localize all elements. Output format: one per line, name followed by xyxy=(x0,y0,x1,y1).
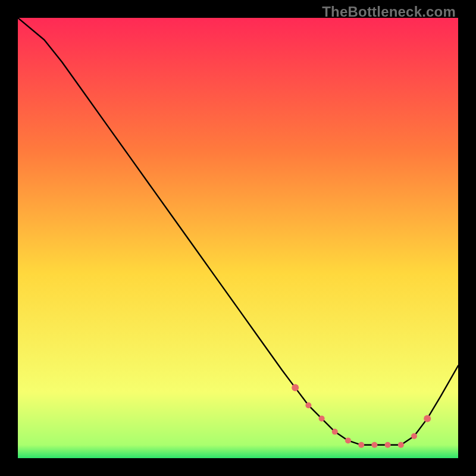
marker-dot xyxy=(358,442,364,448)
marker-dot xyxy=(292,384,299,392)
marker-dot xyxy=(411,433,417,439)
chart-frame: TheBottleneck.com xyxy=(0,0,476,476)
marker-dot xyxy=(305,402,311,408)
marker-dot xyxy=(345,437,351,443)
marker-dot xyxy=(424,415,431,422)
marker-dot xyxy=(371,442,377,448)
marker-dot xyxy=(332,429,338,435)
marker-dot xyxy=(319,415,325,421)
gradient-background xyxy=(18,18,458,458)
plot-area xyxy=(18,18,458,458)
marker-dot xyxy=(385,442,391,448)
marker-dot xyxy=(398,442,404,448)
chart-svg xyxy=(18,18,458,458)
